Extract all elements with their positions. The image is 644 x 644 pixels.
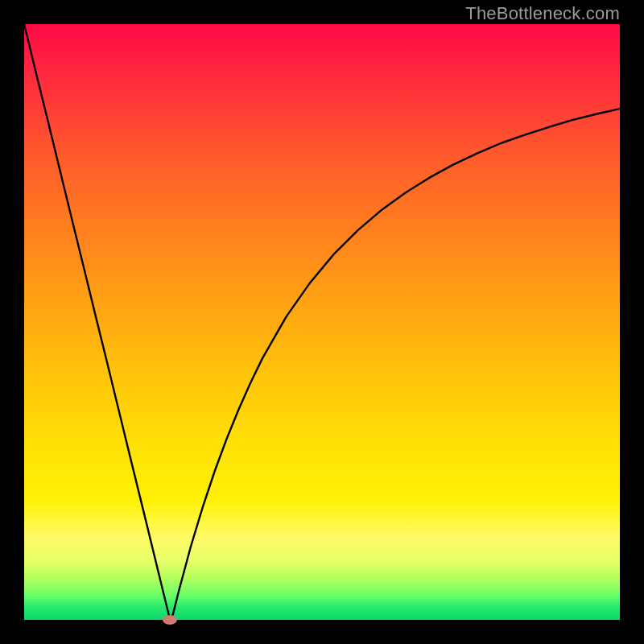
- chart-frame: TheBottleneck.com: [0, 0, 644, 644]
- optimal-point-marker: [163, 615, 177, 625]
- curve-path: [24, 24, 620, 620]
- watermark-text: TheBottleneck.com: [465, 3, 620, 24]
- plot-area: [24, 24, 620, 620]
- bottleneck-curve: [24, 24, 620, 620]
